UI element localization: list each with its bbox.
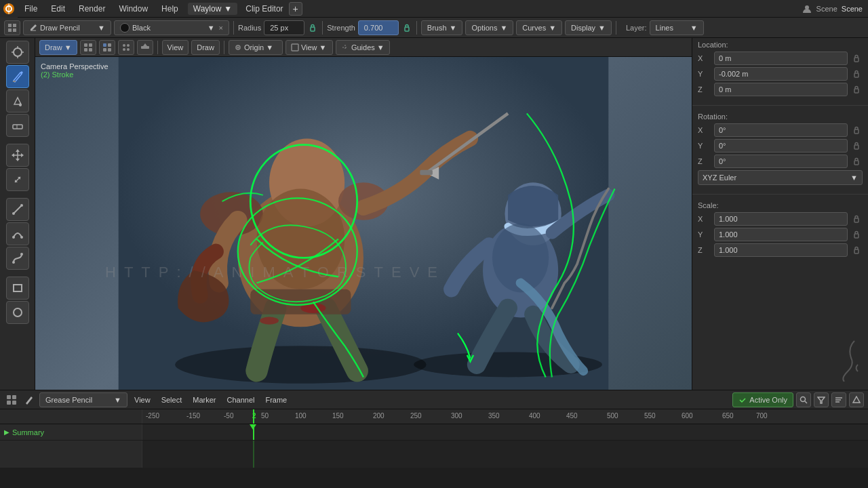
main-toolbar: Draw Pencil ▼ Black ▼ × Radius 25 px Str… xyxy=(0,18,868,38)
menu-edit[interactable]: Edit xyxy=(44,0,72,17)
scale-y-label: Y xyxy=(698,230,711,239)
scale-z-lock[interactable] xyxy=(850,244,863,256)
scale-z-value[interactable]: 1.000 xyxy=(714,243,848,257)
strength-lock-btn[interactable] xyxy=(401,22,412,33)
grease-pencil-selector[interactable]: Grease Pencil ▼ xyxy=(39,392,127,407)
mode-icon-1[interactable] xyxy=(80,40,96,55)
menu-help[interactable]: Help xyxy=(155,0,185,17)
display-btn[interactable]: Display ▼ xyxy=(565,20,612,35)
chevron-down-icon: ▼ xyxy=(114,396,121,404)
fill-tool-btn[interactable] xyxy=(6,89,29,113)
timeline-frame-menu[interactable]: Frame xyxy=(261,392,291,407)
loc-z-value[interactable]: 0 m xyxy=(714,83,848,96)
cursor-tool-btn[interactable] xyxy=(6,41,29,64)
svg-line-95 xyxy=(805,401,807,403)
camera-perspective-label: Camera Perspective xyxy=(41,62,108,70)
scale-y-row: Y 1.000 xyxy=(698,228,863,241)
loc-x-value[interactable]: 0 m xyxy=(714,52,848,65)
rot-z-value[interactable]: 0° xyxy=(714,155,848,168)
menu-window[interactable]: Window xyxy=(112,0,155,17)
guides-selector[interactable]: Guides ▼ xyxy=(336,40,390,55)
brush-btn[interactable]: Brush ▼ xyxy=(421,20,463,35)
mode-icon-2[interactable] xyxy=(99,40,115,55)
timeline-ruler-row: -250 -150 -50 2 50 100 150 200 250 300 3… xyxy=(0,409,868,424)
circle-tool-btn[interactable] xyxy=(6,301,29,324)
view-btn[interactable]: View xyxy=(162,40,189,55)
main-viewport[interactable]: Camera Perspective (2) Stroke HTTP://ANI… xyxy=(35,57,692,390)
waylow-label: Waylow xyxy=(193,4,222,14)
rot-z-label: Z xyxy=(698,157,711,165)
timeline-editor-icon[interactable] xyxy=(4,392,19,407)
timeline-filter-btn[interactable] xyxy=(814,392,829,407)
editor-type-selector[interactable]: Waylow ▼ xyxy=(188,3,237,15)
scale-x-value[interactable]: 1.000 xyxy=(714,212,848,226)
timeline-select-menu[interactable]: Select xyxy=(157,392,186,407)
ruler-mark-350: 350 xyxy=(488,412,500,420)
draw-mode-selector[interactable]: Draw ▼ xyxy=(39,40,77,55)
line-tool-btn[interactable] xyxy=(6,198,29,221)
timeline-marker-menu[interactable]: Marker xyxy=(189,392,220,407)
rot-x-value[interactable]: 0° xyxy=(714,123,848,137)
rect-tool-btn[interactable] xyxy=(6,277,29,300)
separator-3 xyxy=(416,21,417,35)
color-close-icon[interactable]: × xyxy=(219,24,223,32)
timeline-channel-menu[interactable]: Channel xyxy=(222,392,258,407)
summary-expand-icon[interactable]: ▶ xyxy=(4,428,9,436)
arc-tool-btn[interactable] xyxy=(6,222,29,245)
curve-tool-btn[interactable] xyxy=(6,247,29,270)
svg-marker-48 xyxy=(16,149,20,152)
move-tool-btn[interactable] xyxy=(6,144,29,167)
rotation-mode-value: XYZ Euler xyxy=(703,174,736,182)
menu-render[interactable]: Render xyxy=(72,0,112,17)
scale-y-value[interactable]: 1.000 xyxy=(714,228,848,241)
summary-track-label[interactable]: ▶ Summary xyxy=(0,424,142,440)
rot-y-label: Y xyxy=(698,142,711,150)
ruler-marks-area[interactable]: -250 -150 -50 2 50 100 150 200 250 300 3… xyxy=(142,409,868,424)
options-btn[interactable]: Options ▼ xyxy=(465,20,513,35)
rot-y-value[interactable]: 0° xyxy=(714,139,848,152)
curves-btn[interactable]: Curves ▼ xyxy=(516,20,562,35)
draw-tool-btn[interactable] xyxy=(6,65,29,88)
radius-lock-btn[interactable] xyxy=(307,22,318,33)
summary-track-content[interactable]: 2 xyxy=(142,424,868,440)
strength-value-btn[interactable]: 0.700 xyxy=(358,20,399,35)
scale-x-lock[interactable] xyxy=(850,213,863,225)
strength-value: 0.700 xyxy=(364,24,383,32)
origin-selector[interactable]: Origin ▼ xyxy=(229,40,283,55)
layer-value: Lines xyxy=(656,24,673,32)
svg-point-19 xyxy=(127,44,130,47)
menu-file[interactable]: File xyxy=(18,0,44,17)
active-only-btn[interactable]: Active Only xyxy=(732,392,793,407)
timeline-sort-btn[interactable] xyxy=(831,392,846,407)
rot-z-lock[interactable] xyxy=(850,155,863,167)
loc-z-lock[interactable] xyxy=(850,83,863,96)
timeline-pencil-icon[interactable] xyxy=(22,392,37,407)
radius-value-btn[interactable]: 25 px xyxy=(264,20,304,35)
draw-btn[interactable]: Draw xyxy=(191,40,220,55)
scale-y-lock[interactable] xyxy=(850,228,863,241)
layer-selector[interactable]: Lines ▼ xyxy=(650,20,704,35)
loc-y-value[interactable]: -0.002 m xyxy=(714,67,848,81)
loc-y-lock[interactable] xyxy=(850,68,863,80)
rot-y-lock[interactable] xyxy=(850,140,863,152)
rot-x-lock[interactable] xyxy=(850,124,863,136)
editor-type-btn[interactable] xyxy=(4,20,20,35)
add-editor-button[interactable]: + xyxy=(289,2,302,16)
mode-icon-3[interactable] xyxy=(118,40,134,55)
loc-x-lock[interactable] xyxy=(850,52,863,64)
right-properties-panel: ▼ Transform ⋯ Location: X 0 m Y -0.002 m… xyxy=(692,18,868,390)
color-selector[interactable]: Black ▼ × xyxy=(114,20,229,35)
timeline-more-btn[interactable] xyxy=(849,392,864,407)
svg-rect-4 xyxy=(8,24,12,27)
mode-icon-4[interactable] xyxy=(137,40,153,55)
blender-logo[interactable] xyxy=(0,0,18,18)
user-icon xyxy=(802,3,812,14)
view-selector[interactable]: View ▼ xyxy=(285,40,333,55)
timeline-search-btn[interactable] xyxy=(796,392,811,407)
transform-tool-btn[interactable] xyxy=(6,168,29,191)
rotation-mode-selector[interactable]: XYZ Euler ▼ xyxy=(698,170,863,185)
draw-pencil-selector[interactable]: Draw Pencil ▼ xyxy=(23,20,111,35)
track-content-area[interactable] xyxy=(142,441,868,468)
timeline-view-menu[interactable]: View xyxy=(130,392,155,407)
erase-tool-btn[interactable] xyxy=(6,114,29,137)
